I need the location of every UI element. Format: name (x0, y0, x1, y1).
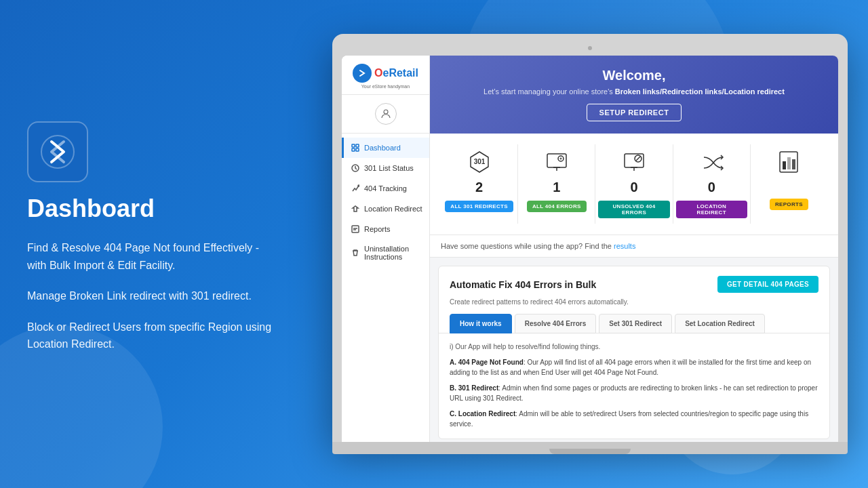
item-location-label: C. Location Redirect (450, 410, 515, 418)
sidebar-item-dashboard[interactable]: Dashboard (342, 138, 429, 158)
reports-icon (351, 224, 360, 234)
card-title: Automatic Fix 404 Errors in Bulk (450, 279, 596, 290)
info-bar: Have some questions while using the app?… (430, 235, 838, 258)
sidebar-item-404-tracking[interactable]: 404 Tracking (342, 178, 429, 199)
stat-number-unsolved: 0 (630, 180, 637, 195)
tab-intro: i) Our App will help to resolve/find fol… (450, 343, 818, 350)
left-desc-2: Manage Broken Link redirect with 301 red… (27, 287, 278, 305)
tab-set-301-redirect[interactable]: Set 301 Redirect (599, 314, 672, 333)
svg-rect-17 (787, 157, 791, 169)
svg-rect-16 (783, 161, 786, 169)
svg-point-7 (358, 185, 359, 186)
app-logo-box (27, 121, 88, 182)
left-title: Dashboard (27, 195, 278, 223)
setup-redirect-button[interactable]: SETUP REDIRECT (587, 104, 682, 121)
location-redirect-icon (351, 204, 360, 214)
get-detail-button[interactable]: GET DETAIL 404 PAGES (717, 276, 818, 293)
unsolved-monitor-icon (621, 150, 647, 174)
main-content: Welcome, Let's start managing your onlin… (430, 56, 838, 442)
301-icon: 301 (467, 150, 492, 174)
stat-badge-unsolved: UNSOLVED 404 ERRORS (598, 201, 669, 218)
sidebar-logo: OeRetail Your eStore handyman (342, 56, 429, 95)
stat-card-301: 301 2 ALL 301 REDIRECTS (441, 144, 518, 224)
stat-card-unsolved: 0 UNSOLVED 404 ERRORS (595, 144, 673, 224)
svg-text:301: 301 (473, 158, 485, 165)
card-header: Automatic Fix 404 Errors in Bulk GET DET… (439, 266, 829, 298)
tab-list-item-404: A. 404 Page Not Found: Our App will find… (450, 357, 818, 378)
user-avatar[interactable] (375, 103, 397, 125)
header-banner: Welcome, Let's start managing your onlin… (430, 56, 838, 134)
nav-label-404: 404 Tracking (364, 184, 407, 192)
sidebar-item-reports[interactable]: Reports (342, 219, 429, 239)
stat-number-301: 2 (475, 180, 483, 195)
location-redirect-shuffle-icon (698, 150, 724, 174)
brand-name: OeRetail (374, 67, 418, 79)
svg-rect-3 (356, 144, 359, 147)
tab-set-location-redirect[interactable]: Set Location Redirect (675, 314, 765, 333)
svg-line-14 (636, 157, 640, 161)
header-subtitle: Let's start managing your online store's… (446, 87, 822, 96)
bulk-section-card: Automatic Fix 404 Errors in Bulk GET DET… (438, 266, 830, 439)
tab-list: A. 404 Page Not Found: Our App will find… (450, 357, 818, 429)
tabs-row: How it works Resolve 404 Errors Set 301 … (439, 314, 829, 333)
404-monitor-icon (544, 150, 570, 174)
laptop-bottom (332, 442, 848, 454)
stat-badge-reports: REPORTS (770, 199, 808, 210)
sidebar-item-301-list-status[interactable]: 301 List Status (342, 158, 429, 178)
sidebar: OeRetail Your eStore handyman (342, 56, 430, 442)
stat-card-location: 0 LOCATION REDIRECT (673, 144, 751, 224)
brand-icon (353, 64, 372, 83)
card-header-left: Automatic Fix 404 Errors in Bulk (450, 279, 596, 290)
dashboard-icon (351, 143, 360, 152)
header-title: Welcome, (446, 68, 822, 83)
tab-list-item-301: B. 301 Redirect: Admin when find some pa… (450, 383, 818, 403)
stat-badge-301: ALL 301 REDIRECTS (445, 201, 513, 212)
stat-badge-404: ALL 404 ERRORS (527, 201, 587, 212)
app-layout: OeRetail Your eStore handyman (342, 56, 838, 442)
info-link[interactable]: results (614, 242, 635, 250)
stat-badge-location: LOCATION REDIRECT (676, 201, 747, 218)
tab-how-it-works[interactable]: How it works (450, 314, 512, 333)
stat-number-404: 1 (553, 180, 560, 195)
sidebar-nav: Dashboard 301 List Status (342, 134, 429, 270)
nav-label-location: Location Redirect (364, 205, 422, 213)
nav-label-dashboard: Dashboard (364, 144, 401, 152)
404-tracking-icon (351, 184, 360, 193)
left-panel: Dashboard Find & Resolve 404 Page Not fo… (27, 121, 278, 367)
header-subtitle-highlight: Broken links/Redirection links/Location … (615, 87, 785, 96)
sidebar-item-location-redirect[interactable]: Location Redirect (342, 199, 429, 219)
card-subtitle: Create redirect patterns to redirect 404… (439, 298, 829, 314)
svg-rect-4 (352, 148, 355, 151)
left-desc-3: Block or Redirect Users from specific Re… (27, 319, 278, 353)
stat-card-reports: REPORTS (751, 144, 827, 224)
brand-tagline: Your eStore handyman (361, 84, 410, 89)
item-404-label: A. 404 Page Not Found (450, 359, 524, 366)
laptop-camera (342, 41, 838, 53)
svg-rect-8 (352, 226, 359, 232)
tab-content: i) Our App will help to resolve/find fol… (439, 333, 829, 439)
app-logo-icon (39, 134, 76, 170)
svg-rect-2 (352, 144, 355, 147)
svg-rect-18 (792, 159, 795, 169)
nav-label-301: 301 List Status (364, 164, 414, 172)
laptop-frame: OeRetail Your eStore handyman (332, 34, 848, 442)
brand-logo: OeRetail (353, 64, 418, 83)
left-desc-1: Find & Resolve 404 Page Not found Effect… (27, 239, 278, 274)
reports-bar-icon (776, 150, 802, 174)
svg-point-1 (384, 110, 388, 114)
svg-point-0 (41, 136, 74, 168)
tab-list-item-location: C. Location Redirect: Admin will be able… (450, 409, 818, 429)
nav-label-uninstall: Uninstallation Instructions (364, 245, 422, 261)
laptop-screen: OeRetail Your eStore handyman (342, 56, 838, 442)
item-301-label: B. 301 Redirect (450, 384, 498, 392)
svg-rect-5 (356, 148, 359, 151)
sidebar-item-uninstall[interactable]: Uninstallation Instructions (342, 239, 429, 266)
laptop-container: OeRetail Your eStore handyman (332, 34, 848, 454)
header-subtitle-prefix: Let's start managing your online store's (484, 87, 615, 96)
stat-card-404: 1 ALL 404 ERRORS (518, 144, 595, 224)
nav-label-reports: Reports (364, 225, 391, 233)
tab-resolve-404[interactable]: Resolve 404 Errors (515, 314, 597, 333)
uninstall-icon (351, 248, 360, 258)
sidebar-avatar-section (342, 95, 429, 134)
301-list-icon (351, 163, 360, 173)
